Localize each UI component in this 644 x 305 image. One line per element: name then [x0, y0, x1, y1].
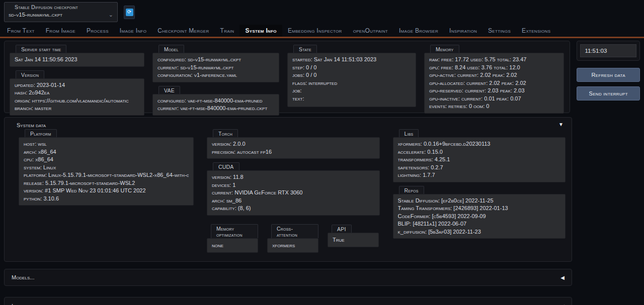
- collapse-triangle-icon[interactable]: ▼: [558, 122, 564, 127]
- info-line: BLIP: [48211a1] 2022-06-07: [398, 220, 561, 228]
- info-line: gpu: free: 8.24 used: 3.76 total: 12.0: [429, 64, 559, 72]
- checkpoint-value[interactable]: sd-v15-runwayml.ckpt: [9, 12, 62, 18]
- system-data-panel: ▼ System data Platform host: wslarch: x8…: [4, 117, 572, 262]
- info-line: Taming Transformers: [2426893] 2022-01-1…: [398, 205, 561, 213]
- refresh-icon: ⟳: [126, 9, 133, 16]
- info-line: current: NVIDIA GeForce RTX 3060: [212, 189, 375, 197]
- info-line: origin: https://github.com/vladmandic/au…: [15, 97, 139, 105]
- info-line: capability: (8, 6): [212, 205, 375, 213]
- info-line: precision: autocast fp16: [212, 148, 375, 156]
- info-line: k_diffusion: [5b3af03] 2022-11-23: [398, 228, 561, 236]
- models-accordion[interactable]: Models... ◀: [4, 269, 572, 286]
- api-label: API: [332, 225, 352, 233]
- info-line: platform: Linux-5.15.79.1-microsoft-stan…: [24, 171, 189, 179]
- info-line: version: #1 SMP Wed Nov 23 01:01:46 UTC …: [24, 187, 189, 195]
- model-label: Model: [158, 45, 184, 53]
- info-line: configuration: v1-inference.yaml: [157, 71, 274, 79]
- main-tab[interactable]: Embedding Inspector: [282, 25, 348, 37]
- main-tab[interactable]: Checkpoint Merger: [152, 25, 214, 37]
- vae-label: VAE: [158, 86, 180, 94]
- chevron-down-icon[interactable]: ⌄: [109, 13, 113, 17]
- main-tab[interactable]: From Image: [40, 25, 81, 37]
- info-line: ram: free: 17.72 used: 5.75 total: 23.47: [429, 56, 559, 64]
- main-tab[interactable]: Train: [215, 25, 240, 37]
- info-line: flags: interrupted: [292, 79, 411, 87]
- main-tab[interactable]: Inspiration: [444, 25, 482, 37]
- collapsed-triangle-icon[interactable]: ◀: [560, 275, 565, 280]
- checkpoint-label: Stable Diffusion checkpoint: [9, 4, 113, 10]
- info-line: text:: [292, 95, 411, 103]
- info-line: current: sd-v15-runwayml.ckpt: [157, 64, 274, 72]
- info-object-accordion-label: Info object: [12, 303, 39, 305]
- info-line: gpu-allocated: current: 2.02 peak: 2.02: [429, 79, 559, 87]
- info-object-accordion[interactable]: Info object ◀: [4, 297, 572, 305]
- info-line: configured: vae-ft-mse-840000-ema-pruned: [157, 97, 274, 105]
- models-accordion-label: Models...: [12, 274, 34, 280]
- main-tab[interactable]: Process: [81, 25, 114, 37]
- version-box: updated: 2023-01-14hash: 2d942eaorigin: …: [10, 78, 144, 116]
- refresh-data-button[interactable]: Refresh data: [577, 68, 640, 82]
- info-line: gpu-active: current: 2.02 peak: 2.02: [429, 71, 559, 79]
- info-line: host: wsl: [24, 140, 189, 148]
- info-line: configured: sd-v15-runwayml.ckpt: [157, 56, 274, 64]
- platform-label: Platform: [25, 129, 57, 137]
- repos-label: Repos: [399, 186, 424, 194]
- info-line: xformers: 0.0.16+9bfcebd.d20230113: [398, 140, 561, 148]
- current-time-field[interactable]: 11:51:03: [580, 44, 636, 57]
- collapsed-triangle-icon[interactable]: ◀: [560, 303, 565, 305]
- side-panel: 11:51:03 Refresh data Send interrupt: [577, 41, 640, 105]
- info-line: arch: x86_64: [24, 148, 189, 156]
- main-tab[interactable]: Image Info: [114, 25, 152, 37]
- info-line: CodeFormer: [c5b4593] 2022-09-09: [398, 213, 561, 221]
- main-tab[interactable]: Settings: [482, 25, 516, 37]
- info-line: gpu-inactive: current: 0.01 peak: 0.07: [429, 95, 559, 103]
- info-line: version: 2.0.0: [212, 140, 375, 148]
- info-line: current: vae-ft-mse-840000-ema-pruned.ck…: [157, 105, 274, 113]
- repos-box: Stable Diffusion: [ef2b0ce] 2022-11-25Ta…: [393, 194, 566, 239]
- memory-label: Memory: [430, 45, 459, 53]
- info-line: accelerate: 0.15.0: [398, 148, 561, 156]
- cuda-box: version: 11.8devices: 1current: NVIDIA G…: [207, 170, 380, 216]
- info-line: release: 5.15.79.1-microsoft-standard-WS…: [24, 179, 189, 187]
- refresh-checkpoint-button[interactable]: ⟳: [124, 6, 135, 19]
- info-line: lightning: 1.7.7: [398, 171, 561, 179]
- send-interrupt-button[interactable]: Send interrupt: [577, 86, 640, 100]
- torch-box: version: 2.0.0precision: autocast fp16: [207, 137, 380, 159]
- libs-box: xformers: 0.0.16+9bfcebd.d20230113accele…: [393, 137, 566, 182]
- memory-box: ram: free: 17.72 used: 5.75 total: 23.47…: [424, 53, 564, 114]
- info-line: arch: sm_86: [212, 197, 375, 205]
- memory-optimization-value: none: [207, 238, 258, 253]
- info-line: started: Sat Jan 14 11:51:03 2023: [292, 56, 411, 64]
- state-box: started: Sat Jan 14 11:51:03 2023step: 0…: [287, 53, 416, 107]
- torch-label: Torch: [213, 129, 238, 137]
- server-info-panel: Server start time Sat Jan 14 11:50:56 20…: [4, 41, 570, 113]
- platform-box: host: wslarch: x86_64cpu: x86_64system: …: [19, 137, 194, 206]
- info-line: devices: 1: [212, 181, 375, 189]
- info-line: jobs: 0 / 0: [292, 71, 411, 79]
- main-tab[interactable]: Image Browser: [393, 25, 444, 37]
- info-line: Stable Diffusion: [ef2b0ce] 2022-11-25: [398, 197, 561, 205]
- main-tab[interactable]: From Text: [2, 25, 40, 37]
- info-line: job:: [292, 87, 411, 95]
- info-line: gpu-reserved: current: 2.03 peak: 2.03: [429, 87, 559, 95]
- main-tab-bar: From TextFrom ImageProcessImage InfoChec…: [0, 24, 644, 38]
- memory-optimization-label: Memory optimization: [211, 224, 258, 238]
- vae-box: configured: vae-ft-mse-840000-ema-pruned…: [152, 94, 279, 116]
- libs-label: Libs: [399, 129, 419, 137]
- server-start-time-label: Server start time: [16, 45, 66, 53]
- info-line: system: Linux: [24, 164, 189, 172]
- main-tab[interactable]: System Info: [239, 25, 282, 37]
- state-label: State: [293, 45, 317, 53]
- info-line: safetensors: 0.2.7: [398, 164, 561, 172]
- main-tab[interactable]: openOutpaint: [348, 25, 393, 37]
- cross-attention-value: xformers: [267, 238, 318, 253]
- info-line: hash: 2d942ea: [15, 89, 139, 97]
- api-value: True: [328, 233, 379, 248]
- info-line: cpu: x86_64: [24, 156, 189, 164]
- main-tab[interactable]: Extensions: [516, 25, 556, 37]
- version-label: Version: [16, 70, 44, 78]
- checkpoint-dropdown[interactable]: Stable Diffusion checkpoint sd-v15-runwa…: [4, 2, 118, 22]
- info-line: step: 0 / 0: [292, 64, 411, 72]
- cuda-label: CUDA: [213, 162, 239, 170]
- server-start-time-value: Sat Jan 14 11:50:56 2023: [10, 53, 144, 67]
